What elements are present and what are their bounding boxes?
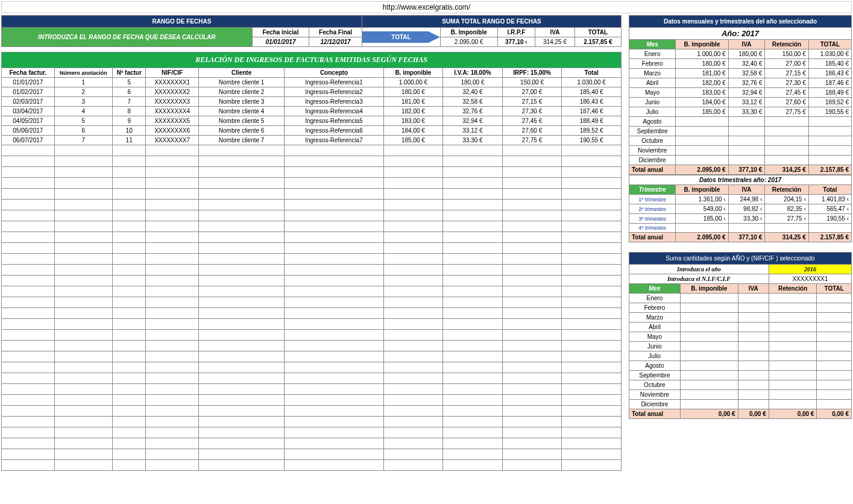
cell[interactable] bbox=[817, 323, 852, 332]
cell[interactable]: 4º trimestre bbox=[629, 224, 676, 233]
cell[interactable] bbox=[808, 127, 851, 136]
cell[interactable]: 244,98 ‹ bbox=[728, 195, 765, 204]
table-row[interactable]: 02/03/201737XXXXXXXX3Nombre cliente 3Ing… bbox=[2, 97, 622, 107]
cell[interactable]: 33,12 € bbox=[728, 98, 765, 107]
cell[interactable] bbox=[817, 380, 852, 390]
data-row[interactable]: Diciembre bbox=[629, 400, 852, 409]
cell[interactable] bbox=[765, 127, 809, 136]
empty-row[interactable] bbox=[2, 200, 622, 210]
empty-row[interactable] bbox=[2, 167, 622, 178]
cell[interactable] bbox=[769, 313, 817, 323]
cell[interactable] bbox=[738, 313, 769, 323]
cell[interactable] bbox=[738, 294, 769, 303]
cell[interactable]: 27,15 € bbox=[502, 97, 562, 107]
cell[interactable] bbox=[817, 400, 852, 409]
nif-value-input[interactable]: XXXXXXXX1 bbox=[769, 274, 851, 284]
cell[interactable]: Diciembre bbox=[629, 156, 676, 165]
month-cell[interactable]: Diciembre bbox=[629, 400, 681, 409]
empty-row[interactable] bbox=[2, 417, 622, 427]
data-row[interactable]: Diciembre bbox=[629, 156, 852, 165]
cell[interactable] bbox=[765, 156, 809, 165]
empty-row[interactable] bbox=[2, 221, 622, 232]
cell[interactable]: 02/03/2017 bbox=[2, 97, 55, 107]
cell[interactable] bbox=[680, 371, 738, 380]
cell[interactable] bbox=[676, 136, 728, 146]
month-cell[interactable]: Mayo bbox=[629, 332, 681, 342]
cell[interactable]: 2 bbox=[54, 87, 112, 97]
end-date-input[interactable]: 12/12/2017 bbox=[309, 37, 362, 47]
empty-row[interactable] bbox=[2, 254, 622, 265]
empty-row[interactable] bbox=[2, 449, 622, 460]
cell[interactable]: 189,52 € bbox=[808, 98, 851, 107]
cell[interactable]: Junio bbox=[629, 98, 676, 107]
cell[interactable] bbox=[769, 323, 817, 332]
cell[interactable] bbox=[680, 400, 738, 409]
cell[interactable] bbox=[738, 351, 769, 361]
cell[interactable] bbox=[728, 146, 765, 156]
cell[interactable]: Ingresos-Referencia7 bbox=[285, 136, 383, 145]
cell[interactable]: 1.361,00 ‹ bbox=[676, 195, 728, 204]
cell[interactable]: Nombre cliente 5 bbox=[198, 116, 284, 126]
empty-row[interactable] bbox=[2, 156, 622, 167]
cell[interactable] bbox=[738, 390, 769, 400]
cell[interactable] bbox=[728, 224, 765, 233]
month-cell[interactable]: Octubre bbox=[629, 380, 681, 390]
cell[interactable] bbox=[680, 361, 738, 371]
cell[interactable] bbox=[738, 342, 769, 351]
empty-row[interactable] bbox=[2, 427, 622, 438]
cell[interactable]: 186,43 € bbox=[808, 69, 851, 78]
cell[interactable]: 1.000,00 € bbox=[676, 49, 728, 59]
cell[interactable]: 150,00 € bbox=[502, 78, 562, 87]
cell[interactable]: 7 bbox=[54, 136, 112, 145]
cell[interactable]: 2º trimestre bbox=[629, 204, 676, 214]
cell[interactable]: 1º trimestre bbox=[629, 195, 676, 204]
cell[interactable]: 186,43 € bbox=[562, 97, 622, 107]
cell[interactable]: Ingresos-Referencia6 bbox=[285, 126, 383, 136]
cell[interactable] bbox=[728, 136, 765, 146]
cell[interactable] bbox=[738, 400, 769, 409]
cell[interactable] bbox=[676, 156, 728, 165]
data-row[interactable]: Febrero180,00 €32,40 €27,00 €185,40 € bbox=[629, 59, 852, 69]
cell[interactable]: 05/06/2017 bbox=[2, 126, 55, 136]
cell[interactable]: 32,94 € bbox=[728, 88, 765, 98]
cell[interactable]: 7 bbox=[113, 97, 146, 107]
cell[interactable]: 190,55 € bbox=[562, 136, 622, 145]
cell[interactable] bbox=[738, 380, 769, 390]
cell[interactable]: 27,15 € bbox=[765, 69, 809, 78]
cell[interactable] bbox=[738, 361, 769, 371]
cell[interactable]: 27,75 € bbox=[502, 136, 562, 145]
empty-row[interactable] bbox=[2, 351, 622, 362]
empty-row[interactable] bbox=[2, 319, 622, 330]
cell[interactable] bbox=[769, 342, 817, 351]
cell[interactable] bbox=[728, 127, 765, 136]
cell[interactable]: 188,49 € bbox=[562, 116, 622, 126]
cell[interactable] bbox=[680, 390, 738, 400]
cell[interactable] bbox=[680, 294, 738, 303]
cell[interactable]: 27,30 € bbox=[765, 78, 809, 88]
data-row[interactable]: Noviembre bbox=[629, 146, 852, 156]
cell[interactable]: Nombre cliente 6 bbox=[198, 126, 284, 136]
cell[interactable] bbox=[676, 224, 728, 233]
cell[interactable] bbox=[769, 380, 817, 390]
month-cell[interactable]: Septiembre bbox=[629, 371, 681, 380]
cell[interactable]: Nombre cliente 3 bbox=[198, 97, 284, 107]
data-row[interactable]: Julio bbox=[629, 351, 852, 361]
cell[interactable]: 82,35 ‹ bbox=[765, 204, 809, 214]
cell[interactable]: 182,00 € bbox=[383, 107, 443, 116]
empty-row[interactable] bbox=[2, 210, 622, 221]
cell[interactable]: 189,52 € bbox=[562, 126, 622, 136]
cell[interactable]: Julio bbox=[629, 107, 676, 117]
cell[interactable]: Noviembre bbox=[629, 146, 676, 156]
cell[interactable] bbox=[817, 313, 852, 323]
cell[interactable]: 10 bbox=[113, 126, 146, 136]
cell[interactable]: 565,47 ‹ bbox=[808, 204, 851, 214]
data-row[interactable]: Enero bbox=[629, 294, 852, 303]
cell[interactable]: 8 bbox=[113, 107, 146, 116]
cell[interactable]: 181,00 € bbox=[676, 69, 728, 78]
cell[interactable]: 01/02/2017 bbox=[2, 87, 55, 97]
empty-row[interactable] bbox=[2, 286, 622, 297]
data-row[interactable]: 1º trimestre1.361,00 ‹244,98 ‹204,15 ‹1.… bbox=[629, 195, 852, 204]
cell[interactable]: 6 bbox=[113, 87, 146, 97]
data-row[interactable]: Octubre bbox=[629, 380, 852, 390]
cell[interactable]: Ingresos-Referencia5 bbox=[285, 116, 383, 126]
